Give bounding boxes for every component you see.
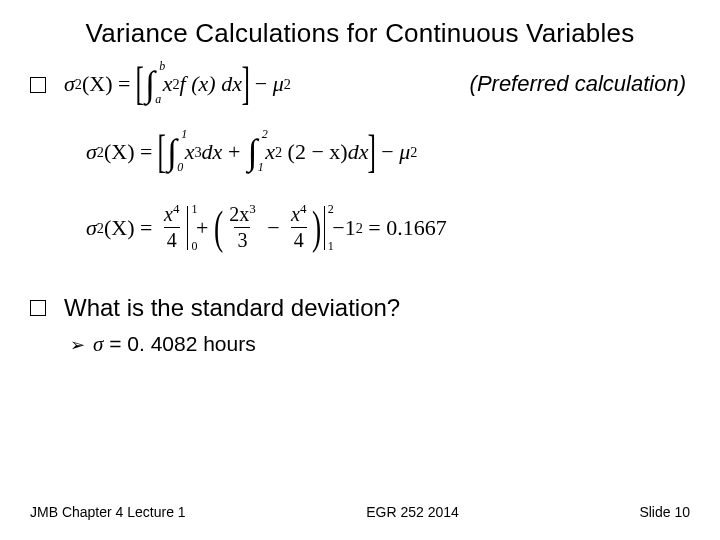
result-value: 0.1667	[386, 215, 447, 241]
lim-bot: 0	[177, 160, 183, 175]
arg: (X)	[104, 215, 135, 241]
lim-top: b	[159, 59, 165, 74]
minus: −	[381, 139, 393, 165]
integral-icon: ∫21	[248, 131, 258, 173]
lim-bot: 1	[258, 160, 264, 175]
row-eq3: σ2(X) = x4 4 10 + ( 2x3 3 − x4 4 ) 21 −1…	[86, 203, 690, 252]
x: x	[185, 139, 195, 165]
minus: −	[267, 215, 279, 241]
left-bracket-icon: [	[135, 63, 143, 104]
integral-icon: ∫ba	[145, 63, 155, 105]
footer-center: EGR 252 2014	[366, 504, 459, 520]
question-line: What is the standard deviation?	[30, 294, 690, 322]
integral-icon: ∫10	[167, 131, 177, 173]
minus: −	[332, 215, 344, 241]
answer-value: = 0. 4082 hours	[103, 332, 255, 355]
dx: dx	[202, 139, 223, 165]
sigma: σ	[86, 139, 97, 165]
bullet-icon	[30, 77, 46, 93]
slide: Variance Calculations for Continuous Var…	[0, 0, 720, 540]
sigma: σ	[64, 71, 75, 97]
lim-top: 2	[262, 127, 268, 142]
lim-top: 1	[181, 127, 187, 142]
answer-line: ➢ σ = 0. 4082 hours	[70, 332, 690, 357]
slide-title: Variance Calculations for Continuous Var…	[30, 18, 690, 49]
equation-1: σ2(X) = [ ∫ba x2 f (x) dx ] − μ2	[64, 63, 291, 105]
sup: 3	[249, 201, 256, 216]
arg: (X)	[82, 71, 113, 97]
x: x	[163, 71, 173, 96]
annotation-preferred: (Preferred calculation)	[470, 71, 690, 97]
sup: 4	[300, 201, 307, 216]
plus: +	[228, 139, 240, 165]
slide-footer: JMB Chapter 4 Lecture 1 EGR 252 2014 Sli…	[30, 504, 690, 520]
left-paren-icon: (	[214, 207, 223, 248]
e-top: 1	[191, 202, 197, 217]
eval-bar-icon: 10	[187, 206, 188, 250]
sigma-symbol: σ	[93, 332, 103, 356]
left-bracket-icon: [	[157, 131, 165, 172]
eval-bar-icon: 21	[324, 206, 325, 250]
x: x	[265, 139, 275, 165]
right-bracket-icon: ]	[368, 131, 376, 172]
plus: +	[196, 215, 208, 241]
den: 3	[234, 227, 250, 252]
fxdx: f (x) dx	[180, 71, 242, 97]
num-x: x	[291, 203, 300, 225]
equals: =	[118, 71, 130, 97]
equation-3: σ2(X) = x4 4 10 + ( 2x3 3 − x4 4 ) 21 −1…	[86, 203, 690, 252]
arg: (X)	[104, 139, 135, 165]
mu: μ	[273, 71, 284, 97]
footer-left: JMB Chapter 4 Lecture 1	[30, 504, 186, 520]
fraction-1: x4 4	[161, 203, 182, 252]
lim-bot: a	[155, 92, 161, 107]
bullet-icon	[30, 300, 46, 316]
equation-2: σ2(X) = [ ∫10 x3dx + ∫21 x2 (2 − x)dx ] …	[86, 131, 690, 173]
equals: =	[140, 215, 152, 241]
question-text: What is the standard deviation?	[64, 294, 400, 322]
sup: 4	[173, 201, 180, 216]
num-x: x	[164, 203, 173, 225]
mu: μ	[399, 139, 410, 165]
equals: =	[140, 139, 152, 165]
right-paren-icon: )	[313, 207, 322, 248]
equals: =	[368, 215, 380, 241]
right-bracket-icon: ]	[241, 63, 249, 104]
minus: −	[255, 71, 267, 97]
one: 1	[345, 215, 356, 241]
e-top: 2	[328, 202, 334, 217]
den: 4	[291, 227, 307, 252]
fraction-3: x4 4	[288, 203, 309, 252]
row-eq2: σ2(X) = [ ∫10 x3dx + ∫21 x2 (2 − x)dx ] …	[86, 131, 690, 173]
row-eq1: σ2(X) = [ ∫ba x2 f (x) dx ] − μ2 (Prefer…	[30, 63, 690, 105]
den: 4	[164, 227, 180, 252]
e-bot: 1	[328, 239, 334, 254]
fraction-2: 2x3 3	[226, 203, 259, 252]
dx: dx	[348, 139, 369, 165]
e-bot: 0	[191, 239, 197, 254]
num: 2x	[229, 203, 249, 225]
sigma: σ	[86, 215, 97, 241]
paren: (2 − x)	[288, 139, 348, 165]
arrow-icon: ➢	[70, 334, 85, 356]
footer-right: Slide 10	[639, 504, 690, 520]
